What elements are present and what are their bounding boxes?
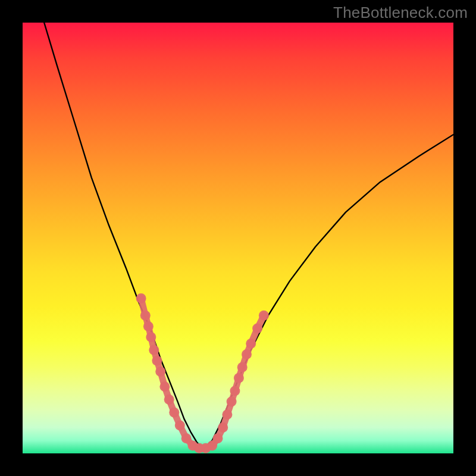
svg-point-20 <box>230 386 240 396</box>
svg-point-7 <box>159 381 170 392</box>
chart-plot-area <box>23 23 453 453</box>
svg-point-4 <box>149 345 159 355</box>
svg-point-19 <box>227 397 237 407</box>
svg-point-9 <box>169 408 179 418</box>
svg-point-8 <box>164 394 174 405</box>
bottleneck-band <box>136 293 269 453</box>
svg-point-3 <box>146 332 156 342</box>
svg-point-5 <box>152 356 162 366</box>
svg-point-6 <box>155 367 165 377</box>
svg-point-2 <box>143 321 154 331</box>
svg-point-10 <box>175 420 185 430</box>
bottleneck-curve-right <box>203 134 453 449</box>
svg-point-26 <box>259 311 269 321</box>
svg-point-21 <box>234 373 244 383</box>
svg-point-16 <box>213 433 223 443</box>
svg-point-1 <box>140 311 151 321</box>
svg-point-24 <box>246 339 256 349</box>
svg-point-23 <box>242 349 252 359</box>
svg-point-0 <box>136 293 146 303</box>
svg-point-17 <box>218 422 228 433</box>
watermark-text: TheBottleneck.com <box>333 4 468 22</box>
chart-svg <box>23 23 453 453</box>
svg-point-25 <box>252 324 262 334</box>
svg-point-18 <box>222 409 232 419</box>
chart-frame: TheBottleneck.com <box>0 0 476 476</box>
svg-point-22 <box>237 362 248 372</box>
bottleneck-curve-left <box>44 23 203 449</box>
